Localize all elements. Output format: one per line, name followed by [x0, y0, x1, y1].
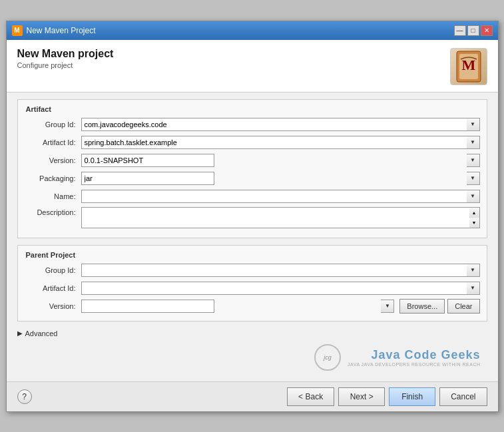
window-title: New Maven Project [27, 26, 96, 35]
group-id-dropdown-arrow[interactable]: ▼ [467, 118, 480, 131]
window-icon: M [12, 25, 23, 36]
watermark-area: jcg Java Code Geeks JAVA JAVA DEVELOPERS… [17, 344, 487, 375]
svg-text:M: M [461, 57, 475, 73]
name-combo: ▼ [81, 190, 480, 203]
title-bar-controls: — □ ✕ [454, 25, 493, 36]
parent-version-arrow[interactable]: ▼ [381, 300, 394, 313]
clear-button[interactable]: Clear [447, 299, 479, 314]
jcg-main-text: Java Code Geeks [348, 348, 480, 362]
parent-artifact-id-arrow[interactable]: ▼ [467, 282, 480, 295]
dialog-subtitle: Configure project [17, 61, 114, 69]
jcg-logo-circle: jcg [314, 344, 341, 371]
close-button[interactable]: ✕ [481, 25, 493, 36]
scroll-down-button[interactable]: ▼ [469, 218, 479, 228]
group-id-input[interactable] [81, 118, 480, 131]
description-label: Description: [25, 207, 81, 216]
version-label: Version: [25, 156, 81, 164]
artifact-id-row: Artifact Id: ▼ [25, 135, 480, 150]
parent-version-label: Version: [25, 302, 81, 310]
browse-clear-group: Browse... Clear [399, 299, 479, 314]
artifact-id-combo: ▼ [81, 136, 480, 149]
advanced-triangle-icon: ▶ [17, 329, 23, 337]
parent-artifact-id-label: Artifact Id: [25, 284, 81, 292]
version-dropdown-arrow[interactable]: ▼ [467, 154, 480, 167]
next-button[interactable]: Next > [338, 387, 385, 406]
parent-artifact-id-input[interactable] [81, 282, 480, 295]
description-row: Description: ▲ ▼ [25, 207, 480, 230]
description-scrollbar: ▲ ▼ [469, 207, 480, 228]
parent-artifact-id-combo: ▼ [81, 282, 480, 295]
header-area: New Maven project Configure project M [7, 40, 498, 93]
name-dropdown-arrow[interactable]: ▼ [467, 190, 480, 203]
name-input[interactable] [81, 190, 480, 203]
jcg-brand-text: Java Code Geeks JAVA JAVA DEVELOPERS RES… [348, 348, 480, 367]
parent-group-id-combo: ▼ [81, 264, 480, 277]
parent-section: Parent Project Group Id: ▼ Artifact Id: … [17, 245, 487, 322]
parent-group-id-label: Group Id: [25, 266, 81, 274]
maximize-button[interactable]: □ [467, 25, 479, 36]
artifact-id-dropdown-arrow[interactable]: ▼ [467, 136, 480, 149]
footer-right: < Back Next > Finish Cancel [287, 387, 487, 406]
main-window: M New Maven Project — □ ✕ New Maven proj… [6, 21, 499, 412]
version-row: Version: ▼ [25, 153, 480, 168]
artifact-id-label: Artifact Id: [25, 138, 81, 146]
parent-version-row: Version: ▼ Browse... Clear [25, 299, 480, 314]
advanced-row[interactable]: ▶ Advanced [17, 327, 487, 340]
title-bar-left: M New Maven Project [12, 25, 96, 36]
header-text: New Maven project Configure project [17, 48, 114, 69]
name-row: Name: ▼ [25, 189, 480, 204]
cancel-button[interactable]: Cancel [439, 387, 487, 406]
dialog-title: New Maven project [17, 48, 114, 60]
packaging-dropdown-arrow[interactable]: ▼ [467, 172, 480, 185]
parent-artifact-id-row: Artifact Id: ▼ [25, 281, 480, 296]
help-button[interactable]: ? [17, 389, 32, 404]
name-label: Name: [25, 192, 81, 200]
jcg-circle-text: jcg [324, 354, 332, 361]
title-bar: M New Maven Project — □ ✕ [7, 21, 498, 40]
finish-button[interactable]: Finish [389, 387, 435, 406]
jcg-sub-text: JAVA JAVA DEVELOPERS RESOURCE WITHIN REA… [348, 362, 480, 367]
parent-group-id-input[interactable] [81, 264, 480, 277]
maven-logo: M [450, 48, 487, 85]
group-id-label: Group Id: [25, 120, 81, 128]
packaging-label: Packaging: [25, 174, 81, 182]
browse-button[interactable]: Browse... [399, 299, 445, 314]
footer: ? < Back Next > Finish Cancel [7, 381, 498, 411]
parent-section-title: Parent Project [25, 251, 480, 259]
minimize-button[interactable]: — [454, 25, 466, 36]
scroll-up-button[interactable]: ▲ [469, 208, 479, 218]
packaging-input[interactable] [81, 172, 214, 185]
back-button[interactable]: < Back [287, 387, 334, 406]
parent-version-combo: ▼ [81, 300, 395, 313]
description-input[interactable] [81, 207, 480, 228]
version-input[interactable] [81, 154, 214, 167]
content-area: Artifact Group Id: ▼ Artifact Id: ▼ Ver [7, 93, 498, 381]
parent-group-id-arrow[interactable]: ▼ [467, 264, 480, 277]
group-id-combo: ▼ [81, 118, 480, 131]
footer-left: ? [17, 389, 32, 404]
packaging-row: Packaging: ▼ [25, 171, 480, 186]
parent-version-input[interactable] [81, 300, 214, 313]
advanced-label: Advanced [25, 329, 58, 337]
version-combo: ▼ [81, 154, 480, 167]
artifact-section-title: Artifact [25, 105, 480, 113]
artifact-section: Artifact Group Id: ▼ Artifact Id: ▼ Ver [17, 99, 487, 238]
artifact-id-input[interactable] [81, 136, 480, 149]
packaging-combo: ▼ [81, 172, 480, 185]
parent-group-id-row: Group Id: ▼ [25, 263, 480, 278]
group-id-row: Group Id: ▼ [25, 117, 480, 132]
description-wrapper: ▲ ▼ [81, 207, 480, 230]
